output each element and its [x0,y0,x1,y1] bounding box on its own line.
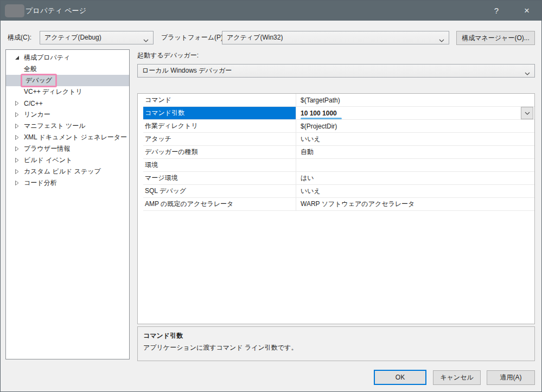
close-button[interactable]: × [515,1,538,21]
tree-item-label: C/C++ [24,100,43,107]
tree-item-label: XML ドキュメント ジェネレーター [24,133,127,142]
platform-value: アクティブ(Win32) [227,33,283,42]
property-value-text: 10 100 1000 [301,110,337,117]
property-value[interactable]: $(TargetPath) [296,94,534,107]
annotation-highlight-box: デバッグ [21,74,57,87]
debugger-to-launch-label: 起動するデバッガー: [137,50,199,61]
tree-item-label: ブラウザー情報 [24,144,70,153]
row-gutter [138,159,143,172]
tree-item-browse-information[interactable]: ブラウザー情報 [6,143,129,155]
triangle-collapsed-icon[interactable] [15,135,24,140]
property-row-debugger-type: デバッガーの種類 自動 [138,146,534,159]
tree-item-c-cpp[interactable]: C/C++ [6,98,129,109]
property-row-environment: 環境 [138,159,534,172]
property-name[interactable]: SQL デバッグ [143,185,296,198]
property-name[interactable]: マージ環境 [143,172,296,185]
triangle-collapsed-icon[interactable] [15,112,24,117]
debugger-to-launch-value: ローカル Windows デバッガー [142,66,232,75]
configuration-manager-button[interactable]: 構成マネージャー(O)... [456,31,535,45]
triangle-collapsed-icon[interactable] [15,124,24,128]
property-row-working-directory: 作業ディレクトリ $(ProjectDir) [138,120,534,133]
tree-item-label: デバッグ [25,76,52,84]
row-gutter [138,94,143,107]
value-dropdown-button[interactable] [521,107,533,119]
apply-button[interactable]: 適用(A) [487,370,535,385]
tree-item-label: カスタム ビルド ステップ [24,167,101,176]
window-title: プロパティ ページ [25,1,86,21]
property-value[interactable]: 自動 [296,146,534,159]
chevron-down-icon [439,36,444,44]
chevron-down-icon [143,36,149,44]
row-gutter [138,107,143,120]
help-button[interactable]: ? [485,1,508,21]
property-value[interactable]: $(ProjectDir) [296,120,534,133]
tree-item-build-events[interactable]: ビルド イベント [6,155,129,166]
configuration-label: 構成(C): [8,31,31,44]
platform-dropdown[interactable]: アクティブ(Win32) [222,31,449,44]
tree-item-label: マニフェスト ツール [24,121,86,131]
row-gutter [138,198,143,211]
triangle-collapsed-icon[interactable] [15,158,24,163]
property-row-attach: アタッチ いいえ [138,133,534,146]
platform-label: プラットフォーム(P): [161,31,225,44]
property-row-command-arguments: コマンド引数 10 100 1000 [138,107,534,120]
tree-item-general[interactable]: 全般 [6,63,129,75]
property-value[interactable]: いいえ [296,185,534,198]
chevron-down-icon [525,112,530,115]
tree-item-label: コード分析 [24,178,57,188]
property-name[interactable]: アタッチ [143,133,296,146]
triangle-collapsed-icon[interactable] [15,146,24,151]
redacted-project-name [5,4,24,17]
property-row-sql-debugging: SQL デバッグ いいえ [138,185,534,198]
property-value-editor[interactable]: 10 100 1000 [296,107,534,120]
tree-item-manifest-tool[interactable]: マニフェスト ツール [6,120,129,132]
property-row-merge-environment: マージ環境 はい [138,172,534,185]
property-value[interactable] [296,159,534,172]
tree-item-label: ビルド イベント [24,156,72,165]
tree-item-debugging[interactable]: デバッグ [6,75,129,86]
row-gutter [138,172,143,185]
property-name[interactable]: コマンド [143,94,296,107]
tree-item-label: 全般 [24,65,37,74]
property-pages-dialog: プロパティ ページ ? × 構成(C): アクティブ(Debug) プラットフォ… [0,0,542,392]
chevron-down-icon [525,69,530,77]
property-grid: コマンド $(TargetPath) コマンド引数 10 100 1000 作業… [137,93,535,324]
description-title: コマンド引数 [143,331,529,340]
property-value[interactable]: いいえ [296,133,534,146]
property-row-amp-accelerator: AMP の既定のアクセラレータ WARP ソフトウェアのアクセラレータ [138,198,534,211]
triangle-collapsed-icon[interactable] [15,169,24,174]
property-name[interactable]: 作業ディレクトリ [143,120,296,133]
debugger-to-launch-dropdown[interactable]: ローカル Windows デバッガー [137,64,535,78]
property-description-panel: コマンド引数 アプリケーションに渡すコマンド ライン引数です。 [137,326,535,361]
row-gutter [138,133,143,146]
triangle-collapsed-icon[interactable] [15,101,24,106]
tree-item-custom-build-step[interactable]: カスタム ビルド ステップ [6,166,129,177]
property-name[interactable]: 環境 [143,159,296,172]
configuration-value: アクティブ(Debug) [44,33,101,42]
triangle-collapsed-icon[interactable] [15,181,24,185]
tree-item-linker[interactable]: リンカー [6,109,129,120]
triangle-expanded-icon[interactable] [15,55,24,60]
tree-item-code-analysis[interactable]: コード分析 [6,177,129,189]
title-bar: プロパティ ページ ? × [1,1,541,21]
property-name[interactable]: デバッガーの種類 [143,146,296,159]
ok-button[interactable]: OK [374,370,426,385]
tree-item-label: 構成プロパティ [24,53,70,62]
property-row-command: コマンド $(TargetPath) [138,94,534,107]
cancel-button[interactable]: キャンセル [433,370,481,385]
configuration-tree: 構成プロパティ 全般 デバッグ VC++ ディレクトリ C/C++ リンカ [5,49,130,359]
tree-item-configuration-properties[interactable]: 構成プロパティ [6,52,129,63]
annotation-underline [301,118,342,119]
tree-item-label: リンカー [24,110,50,119]
property-value[interactable]: はい [296,172,534,185]
property-value[interactable]: WARP ソフトウェアのアクセラレータ [296,198,534,211]
row-gutter [138,185,143,198]
configuration-dropdown[interactable]: アクティブ(Debug) [40,31,154,44]
row-gutter [138,120,143,133]
property-name[interactable]: コマンド引数 [143,107,296,120]
property-name[interactable]: AMP の既定のアクセラレータ [143,198,296,211]
row-gutter [138,146,143,159]
tree-item-vc-directories[interactable]: VC++ ディレクトリ [6,86,129,98]
tree-item-xml-document-generator[interactable]: XML ドキュメント ジェネレーター [6,132,129,143]
tree-item-label: VC++ ディレクトリ [24,87,82,97]
